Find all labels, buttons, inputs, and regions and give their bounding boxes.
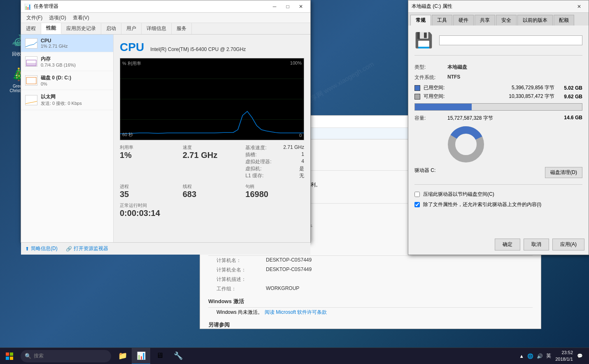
taskmanager-bottom: ⬆ 简略信息(D) 🔗 打开资源监视器 <box>21 242 310 255</box>
start-button[interactable] <box>0 348 19 364</box>
used-space-row: 已用空间: 5,396,729,856 字节 5.02 GB <box>414 84 582 91</box>
used-space-gb: 5.02 GB <box>562 85 582 91</box>
search-placeholder-text: 搜索 <box>34 352 44 359</box>
compress-checkbox[interactable] <box>414 192 420 197</box>
stat-processes: 进程 35 <box>120 183 179 199</box>
resource-monitor-link[interactable]: 🔗 打开资源监视器 <box>66 245 108 252</box>
taskbar-item-taskman[interactable]: 📊 <box>132 348 150 364</box>
svg-text:♻: ♻ <box>16 39 21 45</box>
close-button[interactable]: ✕ <box>295 1 307 12</box>
sidebar-item-ethernet[interactable]: 以太网 发送: 0 接收: 0 Kbps <box>21 90 113 110</box>
processes-label: 进程 <box>120 183 179 190</box>
taskbar-item-explorer[interactable]: 📁 <box>113 348 132 364</box>
props-tab-tools[interactable]: 工具 <box>432 15 452 26</box>
taskbar-item-extra[interactable]: 🔧 <box>169 348 187 364</box>
drive-label2: 驱动器 C: <box>414 167 545 178</box>
tab-details[interactable]: 详细信息 <box>142 23 172 34</box>
taskmanager-menubar: 文件(F) 选项(O) 查看(V) <box>21 13 310 23</box>
total-gb: 14.6 GB <box>564 115 582 122</box>
chart-xleft: 60 秒 <box>122 132 133 138</box>
taskbar-search[interactable]: 🔍 搜索 <box>21 350 111 362</box>
props-tabs: 常规 工具 硬件 共享 安全 以前的版本 配额 <box>408 13 589 26</box>
summary-link[interactable]: ⬆ 简略信息(D) <box>25 245 58 252</box>
desktop: 米哥共享网 www.xiaogegh.com 米哥共享网 www.xiaogeg… <box>0 0 589 364</box>
index-checkbox[interactable] <box>414 202 420 207</box>
disk-clean-button[interactable]: 磁盘清理(D) <box>545 167 582 178</box>
tab-performance[interactable]: 性能 <box>41 23 61 34</box>
tab-users[interactable]: 用户 <box>121 23 142 34</box>
free-space-gb: 9.62 GB <box>562 94 582 100</box>
memory-detail: 0.7/4.3 GB (16%) <box>41 63 109 67</box>
props-tab-general[interactable]: 常规 <box>410 15 431 26</box>
props-controls: ✕ <box>573 1 585 12</box>
virt-row: 虚拟机: 是 <box>245 165 304 172</box>
props-ok-button[interactable]: 确定 <box>495 239 520 250</box>
svg-rect-11 <box>10 352 13 356</box>
pcdesc-value <box>266 276 524 283</box>
tab-process[interactable]: 进程 <box>21 23 41 34</box>
props-tab-quota[interactable]: 配额 <box>554 15 574 26</box>
summary-icon: ⬆ <box>25 246 29 252</box>
notifications-button[interactable]: 💬 <box>575 353 585 359</box>
taskbar-item-system[interactable]: 🖥 <box>150 348 169 364</box>
stat-threads: 线程 683 <box>183 183 242 199</box>
windows-logo-icon <box>5 352 14 360</box>
resource-monitor-icon: 🔗 <box>66 246 72 252</box>
disk-info: 磁盘 0 (D: C:) 0% <box>41 74 109 86</box>
pcname-row: 计算机名： DESKTOP-C0S7449 <box>208 256 533 265</box>
base-speed-row: 基准速度: 2.71 GHz <box>245 144 304 151</box>
drive-label-input[interactable] <box>439 35 582 45</box>
menu-view[interactable]: 查看(V) <box>70 14 93 22</box>
menu-options[interactable]: 选项(O) <box>46 14 69 22</box>
props-apply-button[interactable]: 应用(A) <box>552 239 584 250</box>
pcdesc-label: 计算机描述： <box>217 276 266 283</box>
donut-chart <box>447 126 484 163</box>
props-tab-hardware[interactable]: 硬件 <box>453 15 474 26</box>
props-content: 💾 类型: 本地磁盘 文件系统: NTFS 已用空间: 5,396,729,85… <box>408 26 589 218</box>
taskmanager-tabbar: 进程 性能 应用历史记录 启动 用户 详细信息 服务 <box>21 23 310 35</box>
pcfullname-value: DESKTOP-C0S7449 <box>266 267 524 274</box>
tab-apphistory[interactable]: 应用历史记录 <box>61 23 101 34</box>
sockets-row: 插槽: 1 <box>245 151 304 158</box>
taskmanager-sidebar: CPU 1% 2.71 GHz 内存 0.7/4.3 GB (16%) <box>21 35 114 242</box>
total-label: 容量: <box>414 115 447 122</box>
tray-up-arrow[interactable]: ▲ <box>519 353 524 359</box>
props-tab-share[interactable]: 共享 <box>475 15 495 26</box>
tab-services[interactable]: 服务 <box>172 23 192 34</box>
taskbar-items: 📁 📊 🖥 🔧 <box>113 348 515 364</box>
props-dialog: 本地磁盘 (C:) 属性 ✕ 常规 工具 硬件 共享 安全 以前的版本 配额 💾… <box>408 0 589 255</box>
other-section: 另请参阅 <box>208 319 533 329</box>
virt-value: 是 <box>299 165 304 172</box>
sidebar-item-cpu[interactable]: CPU 1% 2.71 GHz <box>21 35 113 52</box>
space-bar-used <box>415 104 472 110</box>
ethernet-info: 以太网 发送: 0 接收: 0 Kbps <box>41 93 109 107</box>
maximize-button[interactable]: □ <box>282 1 294 12</box>
props-close[interactable]: ✕ <box>573 1 585 12</box>
memory-name: 内存 <box>41 56 109 63</box>
usage-value: 1% <box>120 151 179 160</box>
props-cancel-button[interactable]: 取消 <box>524 239 549 250</box>
tab-startup[interactable]: 启动 <box>101 23 121 34</box>
sidebar-item-disk[interactable]: 磁盘 0 (D: C:) 0% <box>21 71 113 90</box>
chart-xright: 0 <box>299 133 302 138</box>
activation-link[interactable]: 阅读 Microsoft 软件许可条款 <box>265 309 327 316</box>
workgroup-row: 工作组： WORKGROUP <box>208 284 533 294</box>
props-tab-security[interactable]: 安全 <box>496 15 517 26</box>
cpu-chart: % 利用率 100% 0 60 秒 <box>120 58 304 140</box>
svg-rect-10 <box>6 352 9 356</box>
index-label: 除了文件属性外，还允许索引此驱动器上文件的内容(I) <box>423 201 541 208</box>
explorer-icon: 📁 <box>118 351 127 360</box>
tray-volume-icon[interactable]: 🔊 <box>537 353 543 359</box>
cpu-title: CPU <box>120 41 144 54</box>
sidebar-item-memory[interactable]: 内存 0.7/4.3 GB (16%) <box>21 52 113 71</box>
menu-file[interactable]: 文件(F) <box>23 14 46 22</box>
fs-label: 文件系统: <box>414 74 447 81</box>
minimize-button[interactable]: ─ <box>268 1 281 12</box>
pcname-value: DESKTOP-C0S7449 <box>266 257 524 264</box>
total-row: 容量: 15,727,587,328 字节 14.6 GB <box>414 115 582 122</box>
memory-info: 内存 0.7/4.3 GB (16%) <box>41 56 109 67</box>
taskmanager-content: CPU 1% 2.71 GHz 内存 0.7/4.3 GB (16%) <box>21 35 310 242</box>
props-tab-prev[interactable]: 以前的版本 <box>517 15 553 26</box>
taskbar-clock[interactable]: 23:52 2018/1/1 <box>555 350 573 362</box>
drive-header: 💾 <box>414 32 582 56</box>
